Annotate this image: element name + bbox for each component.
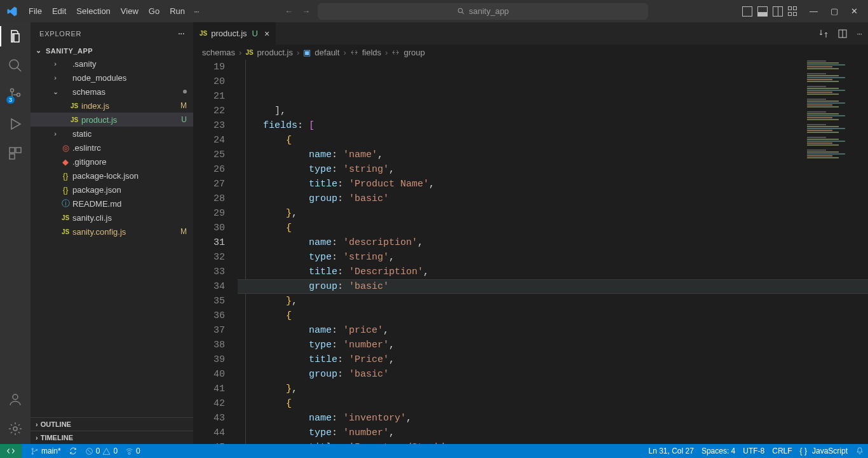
tree-row[interactable]: ›.sanity [31,57,193,71]
code-line[interactable]: type: 'number', [238,338,868,352]
tree-label: static [72,129,187,139]
code-line[interactable]: group: 'basic' [238,191,868,206]
tree-row[interactable]: ›node_modules [31,71,193,85]
tree-label: README.md [72,199,187,209]
dirty-dot-icon [183,90,187,94]
problems[interactable]: 0 0 [81,444,121,458]
nav-back-icon[interactable]: ← [285,6,293,16]
errors-count: 0 [96,447,100,455]
cursor-position[interactable]: Ln 31, Col 27 [645,444,698,458]
tree-row[interactable]: {}package-lock.json [31,169,193,183]
language-mode[interactable]: { }JavaScript [796,444,851,458]
encoding[interactable]: UTF-8 [739,444,768,458]
customize-layout-icon[interactable] [788,6,798,17]
tree-label: schemas [72,87,180,97]
tree-row[interactable]: ◎.eslintrc [31,141,193,155]
code-line[interactable]: { [238,133,868,148]
breadcrumb-item[interactable]: fields [350,48,381,57]
toggle-primary-sidebar-icon[interactable] [742,6,752,17]
code-line[interactable]: }, [238,206,868,221]
indentation[interactable]: Spaces: 4 [698,444,739,458]
vscode-logo-icon [6,6,18,17]
svg-point-0 [458,8,463,13]
close-icon[interactable]: ✕ [851,6,858,16]
code-line[interactable]: type: 'string', [238,250,868,265]
toggle-panel-icon[interactable] [757,6,768,17]
command-center[interactable]: sanity_app [318,3,648,20]
tree-row[interactable]: JSsanity.config.jsM [31,225,193,239]
maximize-icon[interactable]: ▢ [831,6,838,16]
breadcrumb-item[interactable]: JSproduct.js [245,48,293,57]
tree-row[interactable]: ◆.gitignore [31,155,193,169]
breadcrumb-item[interactable]: schemas [202,48,235,57]
tab-close-icon[interactable]: × [264,29,269,39]
tree-row[interactable]: ⌄schemas [31,85,193,99]
tree-row[interactable]: {}package.json [31,183,193,197]
code-line[interactable]: ], [238,104,868,118]
tree-row[interactable]: ⓘREADME.md [31,197,193,211]
breadcrumbs[interactable]: schemas›JSproduct.js›▣default›fields›gro… [193,45,868,60]
code-line[interactable]: { [238,396,868,411]
menu-overflow-icon[interactable]: ··· [189,6,203,17]
activity-run-debug-icon[interactable] [8,116,23,132]
menu-run[interactable]: Run [165,6,189,17]
timeline-section[interactable]: › TIMELINE [31,431,193,444]
tab-more-icon[interactable]: ··· [857,29,862,38]
command-center-text: sanity_app [469,6,509,16]
warnings-count: 0 [113,447,118,455]
file-icon: JS [60,214,71,221]
eol[interactable]: CRLF [768,444,796,458]
tree-row[interactable]: ›static [31,127,193,141]
ports[interactable]: 0 [121,444,144,458]
code-line[interactable]: group: 'basic' [238,367,868,382]
code-line[interactable]: name: 'description', [238,235,868,250]
code-line[interactable]: name: 'inventory', [238,411,868,426]
git-branch[interactable]: main* [27,444,65,458]
outline-section[interactable]: › OUTLINE [31,417,193,431]
nav-forward-icon[interactable]: → [302,6,310,16]
menu-edit[interactable]: Edit [48,6,71,17]
sync-changes[interactable] [65,444,81,458]
compare-changes-icon[interactable] [818,29,829,39]
toggle-secondary-sidebar-icon[interactable] [773,6,783,17]
activity-settings-icon[interactable] [8,421,23,436]
code-line[interactable]: { [238,309,868,323]
tree-row[interactable]: JSsanity.cli.js [31,211,193,225]
minimize-icon[interactable]: — [810,6,818,16]
code-line[interactable]: type: 'number', [238,426,868,440]
code-line[interactable]: }, [238,294,868,309]
activity-search-icon[interactable] [8,58,23,73]
activity-extensions-icon[interactable] [8,146,23,161]
activity-explorer-icon[interactable] [8,29,23,44]
code-line[interactable]: title: 'Description', [238,265,868,279]
breadcrumb-item[interactable]: ▣default [303,48,339,57]
menu-selection[interactable]: Selection [72,6,114,17]
notifications-icon[interactable] [851,444,868,458]
tree-row[interactable]: JSproduct.jsU [31,113,193,127]
code-line[interactable]: title: 'Product Name', [238,177,868,191]
activity-accounts-icon[interactable] [8,392,23,407]
layout-controls [742,6,798,17]
code-editor[interactable]: 1920212223242526272829303132333435363738… [193,60,868,444]
menu-go[interactable]: Go [144,6,164,17]
code-line[interactable]: title: 'Price', [238,352,868,367]
breadcrumb-item[interactable]: group [391,48,424,57]
tab-product-js[interactable]: JS product.js U × [193,22,276,45]
code-line[interactable]: }, [238,382,868,396]
menu-file[interactable]: File [24,6,46,17]
code-line[interactable]: group: 'basic' [238,279,868,294]
code-line[interactable]: type: 'string', [238,162,868,177]
code-content[interactable]: ], fields: [ { name: 'name', type: 'stri… [238,60,868,444]
code-line[interactable]: fields: [ [238,118,868,133]
tree-row[interactable]: JSindex.jsM [31,99,193,113]
code-line[interactable]: name: 'name', [238,148,868,162]
menu-view[interactable]: View [116,6,143,17]
code-line[interactable]: name: 'price', [238,323,868,338]
activity-source-control-icon[interactable]: 3 [8,87,23,102]
split-editor-icon[interactable] [837,29,848,39]
project-section[interactable]: ⌄ SANITY_APP [31,45,193,57]
remote-indicator[interactable] [0,444,22,458]
sidebar-more-icon[interactable]: ··· [178,28,184,39]
code-line[interactable]: title: 'Inventory/Stock', [238,440,868,444]
code-line[interactable]: { [238,221,868,235]
